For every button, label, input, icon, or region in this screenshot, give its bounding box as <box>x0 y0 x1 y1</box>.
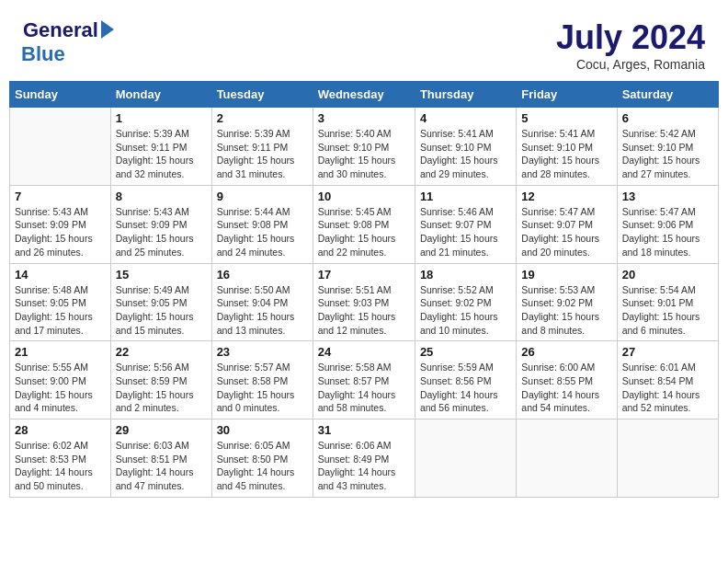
calendar-cell: 3Sunrise: 5:40 AM Sunset: 9:10 PM Daylig… <box>313 108 415 186</box>
day-info: Sunrise: 5:43 AM Sunset: 9:09 PM Dayligh… <box>116 205 207 259</box>
calendar-cell <box>415 419 516 498</box>
calendar-cell: 8Sunrise: 5:43 AM Sunset: 9:09 PM Daylig… <box>110 185 211 263</box>
calendar-cell: 28Sunrise: 6:02 AM Sunset: 8:53 PM Dayli… <box>10 419 111 498</box>
day-info: Sunrise: 5:41 AM Sunset: 9:10 PM Dayligh… <box>420 127 511 181</box>
day-info: Sunrise: 5:51 AM Sunset: 9:03 PM Dayligh… <box>318 283 410 338</box>
calendar-cell: 4Sunrise: 5:41 AM Sunset: 9:10 PM Daylig… <box>415 108 516 186</box>
day-number: 30 <box>217 423 308 437</box>
day-number: 17 <box>318 268 410 282</box>
calendar-cell: 10Sunrise: 5:45 AM Sunset: 9:08 PM Dayli… <box>313 185 415 263</box>
day-number: 15 <box>116 268 207 282</box>
calendar-cell: 18Sunrise: 5:52 AM Sunset: 9:02 PM Dayli… <box>415 263 516 341</box>
weekday-header-sunday: Sunday <box>10 82 111 108</box>
day-number: 12 <box>521 190 611 203</box>
weekday-header-friday: Friday <box>517 82 617 108</box>
calendar-cell <box>10 108 111 186</box>
month-year-title: July 2024 <box>556 18 705 57</box>
day-info: Sunrise: 5:52 AM Sunset: 9:02 PM Dayligh… <box>420 283 511 338</box>
calendar-cell <box>517 419 617 498</box>
day-number: 24 <box>318 345 410 359</box>
weekday-header-monday: Monday <box>110 82 211 108</box>
weekday-header-wednesday: Wednesday <box>313 82 415 108</box>
calendar-cell <box>617 419 718 498</box>
day-number: 14 <box>15 268 106 282</box>
day-number: 23 <box>217 345 308 359</box>
day-number: 16 <box>217 268 308 282</box>
day-number: 19 <box>521 268 611 282</box>
day-info: Sunrise: 5:39 AM Sunset: 9:11 PM Dayligh… <box>217 127 308 181</box>
logo-general-text: General <box>23 18 98 42</box>
day-number: 28 <box>15 423 106 437</box>
day-number: 29 <box>116 423 207 437</box>
day-info: Sunrise: 6:02 AM Sunset: 8:53 PM Dayligh… <box>15 439 106 493</box>
day-number: 31 <box>318 423 410 437</box>
calendar-cell: 24Sunrise: 5:58 AM Sunset: 8:57 PM Dayli… <box>313 341 415 419</box>
day-info: Sunrise: 5:53 AM Sunset: 9:02 PM Dayligh… <box>521 283 611 338</box>
calendar-header-row: SundayMondayTuesdayWednesdayThursdayFrid… <box>10 82 719 108</box>
day-info: Sunrise: 5:58 AM Sunset: 8:57 PM Dayligh… <box>318 361 410 415</box>
day-number: 18 <box>420 268 511 282</box>
calendar-week-4: 21Sunrise: 5:55 AM Sunset: 9:00 PM Dayli… <box>10 341 719 419</box>
day-info: Sunrise: 5:45 AM Sunset: 9:08 PM Dayligh… <box>318 205 410 259</box>
logo: General Blue <box>23 18 114 66</box>
day-number: 22 <box>116 345 207 359</box>
day-number: 11 <box>420 190 511 203</box>
day-info: Sunrise: 5:41 AM Sunset: 9:10 PM Dayligh… <box>521 127 611 181</box>
day-info: Sunrise: 5:43 AM Sunset: 9:09 PM Dayligh… <box>15 205 106 259</box>
calendar-cell: 29Sunrise: 6:03 AM Sunset: 8:51 PM Dayli… <box>110 419 211 498</box>
day-number: 27 <box>622 345 713 359</box>
day-number: 20 <box>622 268 713 282</box>
weekday-header-tuesday: Tuesday <box>211 82 313 108</box>
day-info: Sunrise: 5:54 AM Sunset: 9:01 PM Dayligh… <box>622 283 713 338</box>
calendar-cell: 13Sunrise: 5:47 AM Sunset: 9:06 PM Dayli… <box>617 185 718 263</box>
calendar-cell: 15Sunrise: 5:49 AM Sunset: 9:05 PM Dayli… <box>110 263 211 341</box>
calendar-cell: 2Sunrise: 5:39 AM Sunset: 9:11 PM Daylig… <box>211 108 313 186</box>
title-block: July 2024 Cocu, Arges, Romania <box>556 18 705 72</box>
calendar-cell: 1Sunrise: 5:39 AM Sunset: 9:11 PM Daylig… <box>110 108 211 186</box>
day-info: Sunrise: 5:47 AM Sunset: 9:06 PM Dayligh… <box>622 205 713 259</box>
calendar-cell: 5Sunrise: 5:41 AM Sunset: 9:10 PM Daylig… <box>517 108 617 186</box>
calendar-week-2: 7Sunrise: 5:43 AM Sunset: 9:09 PM Daylig… <box>10 185 719 263</box>
calendar-cell: 9Sunrise: 5:44 AM Sunset: 9:08 PM Daylig… <box>211 185 313 263</box>
day-info: Sunrise: 6:01 AM Sunset: 8:54 PM Dayligh… <box>622 361 713 415</box>
calendar-cell: 21Sunrise: 5:55 AM Sunset: 9:00 PM Dayli… <box>10 341 111 419</box>
day-number: 4 <box>420 111 511 125</box>
day-info: Sunrise: 5:56 AM Sunset: 8:59 PM Dayligh… <box>116 361 207 415</box>
day-number: 26 <box>521 345 611 359</box>
day-number: 13 <box>622 190 713 203</box>
day-number: 1 <box>116 111 207 125</box>
day-number: 7 <box>15 190 106 203</box>
day-info: Sunrise: 5:42 AM Sunset: 9:10 PM Dayligh… <box>622 127 713 181</box>
day-info: Sunrise: 5:47 AM Sunset: 9:07 PM Dayligh… <box>521 205 611 259</box>
calendar-cell: 12Sunrise: 5:47 AM Sunset: 9:07 PM Dayli… <box>517 185 617 263</box>
day-number: 8 <box>116 190 207 203</box>
day-info: Sunrise: 6:03 AM Sunset: 8:51 PM Dayligh… <box>116 439 207 493</box>
calendar-cell: 16Sunrise: 5:50 AM Sunset: 9:04 PM Dayli… <box>211 263 313 341</box>
logo-arrow-icon <box>101 20 114 39</box>
day-info: Sunrise: 5:57 AM Sunset: 8:58 PM Dayligh… <box>217 361 308 415</box>
day-info: Sunrise: 5:50 AM Sunset: 9:04 PM Dayligh… <box>217 283 308 338</box>
calendar-cell: 7Sunrise: 5:43 AM Sunset: 9:09 PM Daylig… <box>10 185 111 263</box>
day-number: 2 <box>217 111 308 125</box>
calendar-cell: 14Sunrise: 5:48 AM Sunset: 9:05 PM Dayli… <box>10 263 111 341</box>
day-info: Sunrise: 5:39 AM Sunset: 9:11 PM Dayligh… <box>116 127 207 181</box>
page-header: General Blue July 2024 Cocu, Arges, Roma… <box>9 9 719 76</box>
calendar-cell: 19Sunrise: 5:53 AM Sunset: 9:02 PM Dayli… <box>517 263 617 341</box>
calendar-week-1: 1Sunrise: 5:39 AM Sunset: 9:11 PM Daylig… <box>10 108 719 186</box>
day-number: 25 <box>420 345 511 359</box>
day-number: 3 <box>318 111 410 125</box>
logo-blue-text: Blue <box>21 42 65 66</box>
calendar-cell: 17Sunrise: 5:51 AM Sunset: 9:03 PM Dayli… <box>313 263 415 341</box>
calendar-cell: 6Sunrise: 5:42 AM Sunset: 9:10 PM Daylig… <box>617 108 718 186</box>
calendar-cell: 22Sunrise: 5:56 AM Sunset: 8:59 PM Dayli… <box>110 341 211 419</box>
calendar-cell: 11Sunrise: 5:46 AM Sunset: 9:07 PM Dayli… <box>415 185 516 263</box>
calendar-week-5: 28Sunrise: 6:02 AM Sunset: 8:53 PM Dayli… <box>10 419 719 498</box>
calendar-cell: 25Sunrise: 5:59 AM Sunset: 8:56 PM Dayli… <box>415 341 516 419</box>
day-info: Sunrise: 5:46 AM Sunset: 9:07 PM Dayligh… <box>420 205 511 259</box>
day-info: Sunrise: 5:59 AM Sunset: 8:56 PM Dayligh… <box>420 361 511 415</box>
day-number: 9 <box>217 190 308 203</box>
weekday-header-saturday: Saturday <box>617 82 718 108</box>
day-info: Sunrise: 5:48 AM Sunset: 9:05 PM Dayligh… <box>15 283 106 338</box>
day-info: Sunrise: 6:05 AM Sunset: 8:50 PM Dayligh… <box>217 439 308 493</box>
day-info: Sunrise: 5:44 AM Sunset: 9:08 PM Dayligh… <box>217 205 308 259</box>
